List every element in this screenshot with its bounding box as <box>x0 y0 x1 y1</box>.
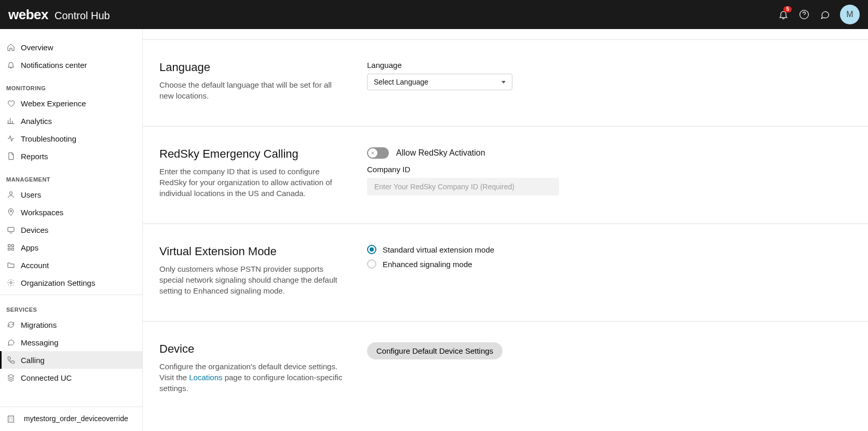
sidebar-item-label: Organization Settings <box>21 279 95 287</box>
radio-enhanced[interactable]: Enhanced signaling mode <box>367 259 627 269</box>
sidebar-item-apps[interactable]: Apps <box>0 239 142 256</box>
company-id-input[interactable] <box>367 178 559 196</box>
section-label: SERVICES <box>0 304 142 316</box>
chat-icon <box>6 338 16 347</box>
chart-icon <box>6 116 16 126</box>
sidebar-item-label: Calling <box>21 356 45 365</box>
section-device: Device Configure the organization's defa… <box>143 322 868 419</box>
sidebar-item-label: Account <box>21 261 49 270</box>
logo-text: webex <box>8 7 48 23</box>
top-header: webex Control Hub 5 M <box>0 0 868 29</box>
language-select[interactable]: Select Language <box>367 74 512 90</box>
chat-icon <box>820 9 830 20</box>
folder-icon <box>6 260 16 270</box>
refresh-icon <box>6 320 16 329</box>
sidebar-item-calling[interactable]: Calling <box>0 351 142 369</box>
section-redsky: RedSky Emergency Calling Enter the compa… <box>143 127 868 224</box>
sidebar-item-org-settings[interactable]: Organization Settings <box>0 274 142 291</box>
radio-label: Standard virtual extension mode <box>383 245 494 254</box>
configure-device-button[interactable]: Configure Default Device Settings <box>367 342 503 359</box>
sidebar-item-label: Users <box>21 190 41 199</box>
radio-icon <box>367 259 376 269</box>
sidebar-item-connected-uc[interactable]: Connected UC <box>0 369 142 386</box>
svg-point-2 <box>10 210 11 212</box>
company-id-label: Company ID <box>367 165 627 174</box>
sidebar-section-services: SERVICES Migrations Messaging Calling Co… <box>0 295 142 386</box>
header-tools: 5 M <box>778 5 860 24</box>
sidebar-item-overview[interactable]: Overview <box>0 38 142 56</box>
user-avatar[interactable]: M <box>840 5 860 24</box>
sidebar-item-notifications-center[interactable]: Notifications center <box>0 56 142 74</box>
notifications-button[interactable]: 5 <box>778 9 789 20</box>
sidebar-item-label: Analytics <box>21 117 52 126</box>
svg-rect-7 <box>11 248 13 250</box>
sidebar-item-webex-experience[interactable]: Webex Experience <box>0 94 142 112</box>
header-brand: webex Control Hub <box>8 7 110 23</box>
sidebar-item-label: Notifications center <box>21 61 87 69</box>
language-field-label: Language <box>367 61 627 69</box>
main-content[interactable]: Language Choose the default language tha… <box>143 29 868 431</box>
sidebar-item-label: Apps <box>21 243 38 252</box>
feedback-button[interactable] <box>819 9 831 20</box>
section-title: Device <box>159 342 346 356</box>
sidebar-item-users[interactable]: Users <box>0 186 142 203</box>
sidebar-item-analytics[interactable]: Analytics <box>0 112 142 130</box>
svg-rect-9 <box>8 416 14 422</box>
home-icon <box>6 43 16 52</box>
sidebar-section-management: MANAGEMENT Users Workspaces Devices Apps… <box>0 165 142 291</box>
sidebar-item-workspaces[interactable]: Workspaces <box>0 203 142 221</box>
sidebar-item-label: Overview <box>21 43 53 52</box>
sidebar-section-monitoring: MONITORING Webex Experience Analytics Tr… <box>0 74 142 165</box>
sidebar-item-label: Messaging <box>21 338 59 347</box>
stack-icon <box>6 373 16 382</box>
sidebar-item-devices[interactable]: Devices <box>0 221 142 239</box>
phone-icon <box>6 355 16 365</box>
sidebar-item-account[interactable]: Account <box>0 256 142 274</box>
sidebar-footer: mytestorg_order_deviceoverride <box>0 407 142 431</box>
svg-point-8 <box>10 282 12 284</box>
close-icon <box>370 150 375 156</box>
svg-rect-4 <box>8 245 10 247</box>
sidebar: Overview Notifications center MONITORING… <box>0 29 143 431</box>
section-description: Enter the company ID that is used to con… <box>159 166 346 199</box>
sidebar-item-label: Reports <box>21 152 48 161</box>
building-icon <box>6 414 16 424</box>
bell-icon <box>6 60 16 69</box>
sidebar-item-messaging[interactable]: Messaging <box>0 333 142 351</box>
section-description: Configure the organization's default dev… <box>159 361 346 394</box>
section-language: Language Choose the default language tha… <box>143 40 868 127</box>
sidebar-item-migrations[interactable]: Migrations <box>0 316 142 333</box>
sidebar-item-reports[interactable]: Reports <box>0 147 142 165</box>
device-icon <box>6 225 16 234</box>
gear-icon <box>6 278 16 287</box>
sidebar-item-label: Migrations <box>21 321 57 329</box>
toggle-knob <box>368 148 377 158</box>
radio-label: Enhanced signaling mode <box>383 260 472 269</box>
sidebar-item-label: Webex Experience <box>21 99 86 108</box>
pulse-icon <box>6 134 16 143</box>
help-button[interactable] <box>798 9 810 20</box>
user-icon <box>6 190 16 199</box>
sidebar-item-troubleshooting[interactable]: Troubleshooting <box>0 130 142 147</box>
section-title: RedSky Emergency Calling <box>159 147 346 161</box>
svg-rect-3 <box>8 227 14 231</box>
section-description: Only customers whose PSTN provider suppo… <box>159 263 346 296</box>
section-description: Choose the default language that will be… <box>159 79 346 101</box>
sidebar-top-group: Overview Notifications center <box>0 29 142 74</box>
notification-badge: 5 <box>783 6 792 12</box>
redsky-toggle[interactable] <box>367 147 389 159</box>
radio-icon <box>367 245 376 254</box>
grid-icon <box>6 243 16 252</box>
sidebar-item-label: Troubleshooting <box>21 134 76 143</box>
radio-standard[interactable]: Standard virtual extension mode <box>367 245 627 254</box>
sidebar-item-label: Devices <box>21 226 48 234</box>
heart-icon <box>6 99 16 108</box>
doc-icon <box>6 151 16 161</box>
sidebar-item-label: Connected UC <box>21 373 72 382</box>
org-name: mytestorg_order_deviceoverride <box>24 414 128 423</box>
svg-point-1 <box>9 192 12 194</box>
locations-link[interactable]: Locations <box>189 373 222 382</box>
section-label: MANAGEMENT <box>0 174 142 186</box>
section-virtual-extension: Virtual Extension Mode Only customers wh… <box>143 224 868 322</box>
toggle-label: Allow RedSky Activation <box>396 148 485 158</box>
